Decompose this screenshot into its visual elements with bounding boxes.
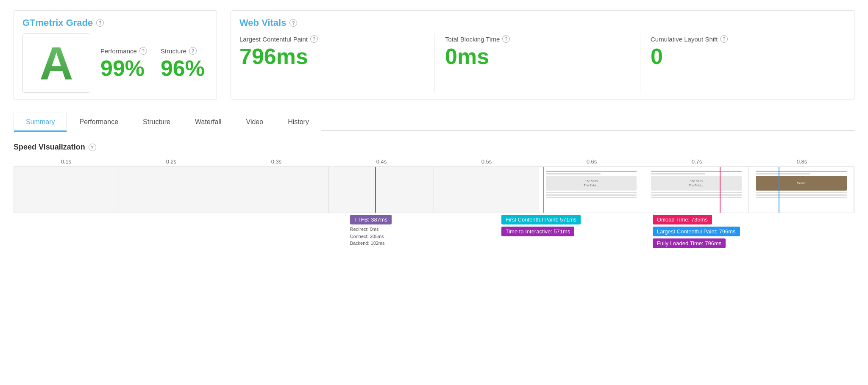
time-tick: 0.4s <box>329 158 434 165</box>
lcp-help-icon[interactable]: ? <box>310 35 318 43</box>
lcp-vital: Largest Contentful Paint ? 796ms <box>239 33 434 93</box>
annotation: Largest Contentful Paint: 796ms <box>653 227 740 236</box>
tabs-bar: Summary Performance Structure Waterfall … <box>14 112 854 131</box>
screenshot-frame: The Sans The Futur... <box>539 167 644 213</box>
time-tick: 0.3s <box>224 158 329 165</box>
lcp-value: 796ms <box>239 45 428 67</box>
annotation: Onload Time: 735ms <box>653 215 712 224</box>
tab-summary[interactable]: Summary <box>14 113 67 131</box>
speed-viz-help-icon[interactable]: ? <box>89 144 96 151</box>
screenshot-frame <box>119 167 224 213</box>
annotation-badge: First Contentful Paint: 571ms <box>501 215 581 224</box>
performance-metric: Performance ? 99% <box>100 47 147 79</box>
screenshot-frame <box>434 167 539 213</box>
tab-video[interactable]: Video <box>234 113 276 131</box>
page-mockup: Cover <box>754 169 849 210</box>
annotation: First Contentful Paint: 571ms <box>501 215 581 224</box>
time-tick: 0.1s <box>14 158 119 165</box>
annotation-badge: Onload Time: 735ms <box>653 215 712 224</box>
structure-metric: Structure ? 96% <box>161 47 205 79</box>
annotation-detail: Redirect: 0ms Connect: 205ms Backend: 18… <box>350 226 385 247</box>
vitals-section: Web Vitals ? Largest Contentful Paint ? … <box>231 10 854 100</box>
time-tick: 0.5s <box>434 158 539 165</box>
marker-line <box>779 167 779 213</box>
tab-waterfall[interactable]: Waterfall <box>183 113 234 131</box>
tab-history[interactable]: History <box>275 113 321 131</box>
page-mockup: The Sans The Futur... <box>649 169 743 210</box>
lcp-label: Largest Contentful Paint ? <box>239 35 428 43</box>
page-thumbnail: Cover <box>756 176 847 191</box>
tbt-help-icon[interactable]: ? <box>502 35 510 43</box>
grade-title-text: GTmetrix Grade <box>22 17 93 28</box>
annotation-badge: TTFB: 387ms <box>350 215 392 224</box>
performance-label: Performance ? <box>100 47 147 55</box>
structure-label: Structure ? <box>161 47 205 55</box>
time-axis: 0.1s0.2s0.3s0.4s0.5s0.6s0.7s0.8s <box>14 158 854 165</box>
speed-viz-title: Speed Visualization ? <box>14 143 854 152</box>
screenshot-strip: The Sans The Futur...The Sans The Futur.… <box>14 166 854 213</box>
speed-visualization: Speed Visualization ? 0.1s0.2s0.3s0.4s0.… <box>14 143 854 257</box>
tbt-value: 0ms <box>445 45 633 67</box>
annotation-badge: Largest Contentful Paint: 796ms <box>653 227 740 236</box>
annotation: Time to Interactive: 571ms <box>501 227 575 236</box>
annotations-area: TTFB: 387msRedirect: 0ms Connect: 205ms … <box>14 215 854 257</box>
time-tick: 0.6s <box>539 158 644 165</box>
tab-performance[interactable]: Performance <box>67 113 131 131</box>
annotation: Fully Loaded Time: 796ms <box>653 238 726 248</box>
marker-line <box>543 167 544 213</box>
screenshot-frame <box>329 167 434 213</box>
tbt-label: Total Blocking Time ? <box>445 35 633 43</box>
structure-value: 96% <box>161 57 205 79</box>
time-tick: 0.2s <box>119 158 224 165</box>
page-mockup: The Sans The Futur... <box>544 169 638 210</box>
screenshot-frame: The Sans The Futur... <box>644 167 749 213</box>
grade-section-title: GTmetrix Grade ? <box>22 17 208 28</box>
grade-section: GTmetrix Grade ? A Performance ? 99% Str… <box>14 10 217 100</box>
marker-line <box>375 167 376 213</box>
top-row: GTmetrix Grade ? A Performance ? 99% Str… <box>14 10 854 100</box>
cls-vital: Cumulative Layout Shift ? 0 <box>640 33 846 93</box>
vitals-title-text: Web Vitals <box>239 17 286 28</box>
vitals-inner: Largest Contentful Paint ? 796ms Total B… <box>239 33 846 93</box>
screenshot-frame: Cover <box>749 167 854 213</box>
cls-help-icon[interactable]: ? <box>720 35 728 43</box>
tab-structure[interactable]: Structure <box>131 113 183 131</box>
annotation-badge: Time to Interactive: 571ms <box>501 227 575 236</box>
grade-inner: A Performance ? 99% Structure ? 96% <box>22 33 208 93</box>
grade-letter: A <box>39 40 73 86</box>
grade-metrics: Performance ? 99% Structure ? 96% <box>100 47 205 79</box>
tbt-vital: Total Blocking Time ? 0ms <box>434 33 640 93</box>
structure-help-icon[interactable]: ? <box>189 47 197 55</box>
grade-help-icon[interactable]: ? <box>96 19 104 27</box>
time-tick: 0.8s <box>749 158 854 165</box>
marker-line <box>720 167 721 213</box>
screenshot-frame <box>14 167 119 213</box>
annotation: TTFB: 387msRedirect: 0ms Connect: 205ms … <box>350 215 392 247</box>
grade-letter-box: A <box>22 33 90 93</box>
page-thumbnail: The Sans The Futur... <box>546 176 637 191</box>
cls-label: Cumulative Layout Shift ? <box>651 35 839 43</box>
performance-help-icon[interactable]: ? <box>139 47 147 55</box>
vitals-section-title: Web Vitals ? <box>239 17 846 28</box>
performance-value: 99% <box>100 57 147 79</box>
annotation-badge: Fully Loaded Time: 796ms <box>653 238 726 248</box>
screenshot-frame <box>224 167 329 213</box>
page-thumbnail: The Sans The Futur... <box>651 176 742 191</box>
cls-value: 0 <box>651 45 839 67</box>
vitals-help-icon[interactable]: ? <box>289 19 297 27</box>
time-tick: 0.7s <box>644 158 749 165</box>
